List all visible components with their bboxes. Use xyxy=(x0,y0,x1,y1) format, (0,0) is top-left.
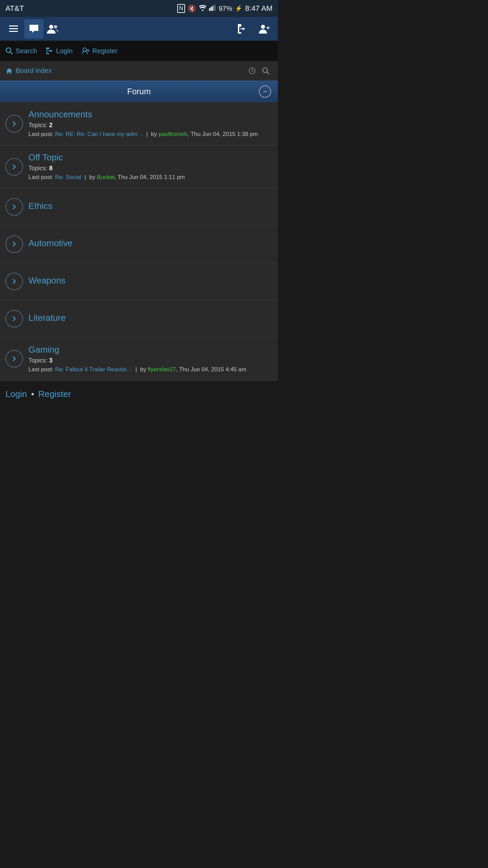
forum-lastpost: Last post: Re: Fallout 4 Trailer Reactio… xyxy=(28,366,272,374)
forum-chevron-icon xyxy=(5,235,23,253)
clock: 8:47 AM xyxy=(245,4,272,13)
login-label: Login xyxy=(56,47,73,55)
search-button[interactable]: Search xyxy=(5,47,37,55)
forum-item[interactable]: Ethics xyxy=(0,189,278,226)
svg-point-9 xyxy=(54,25,57,28)
forum-name: Announcements xyxy=(28,109,272,120)
svg-rect-2 xyxy=(212,6,213,11)
status-bar: AT&T N 🔇 97% ⚡ 8:47 AM xyxy=(0,0,278,17)
svg-rect-7 xyxy=(9,31,18,32)
svg-rect-5 xyxy=(9,25,18,26)
forum-item[interactable]: Literature xyxy=(0,300,278,338)
svg-line-22 xyxy=(267,72,269,74)
footer-login-link[interactable]: Login xyxy=(5,389,27,399)
forum-topics: Topics: 2 xyxy=(28,122,272,129)
svg-rect-3 xyxy=(213,5,214,11)
search-label: Search xyxy=(16,47,37,55)
forum-info: Off TopicTopics: 8Last post: Re: Social … xyxy=(28,152,272,181)
breadcrumb-bar: Board index xyxy=(0,61,278,81)
login-button[interactable]: Login xyxy=(46,47,73,55)
footer-bar: Login • Register xyxy=(0,380,278,408)
forum-item[interactable]: Off TopicTopics: 8Last post: Re: Social … xyxy=(0,145,278,189)
board-index-link[interactable]: Board index xyxy=(5,67,52,75)
forum-chevron-icon xyxy=(5,310,23,328)
register-label: Register xyxy=(92,47,117,55)
clock-button[interactable] xyxy=(245,64,259,78)
menu-button[interactable] xyxy=(4,19,23,38)
forum-chevron-icon xyxy=(5,273,23,290)
svg-rect-12 xyxy=(266,27,270,28)
svg-rect-17 xyxy=(87,50,89,51)
forum-name: Automotive xyxy=(28,238,272,249)
forum-section-header: Forum − xyxy=(0,81,278,102)
last-post-user[interactable]: paulfromoh xyxy=(159,131,187,137)
forum-chevron-icon xyxy=(5,198,23,216)
forum-info: Ethics xyxy=(28,201,272,213)
add-user-nav-button[interactable] xyxy=(255,19,274,38)
last-post-link[interactable]: Re: RE: Re: Can I have my adm… xyxy=(55,131,143,137)
users-button[interactable] xyxy=(43,19,62,38)
forum-info: Literature xyxy=(28,313,272,325)
forum-item[interactable]: Automotive xyxy=(0,226,278,263)
forum-name: Gaming xyxy=(28,344,272,355)
svg-line-20 xyxy=(252,71,253,72)
forum-list: AnnouncementsTopics: 2Last post: Re: RE:… xyxy=(0,102,278,380)
nfc-icon: N xyxy=(177,4,185,13)
forum-name: Literature xyxy=(28,313,272,323)
forum-lastpost: Last post: Re: RE: Re: Can I have my adm… xyxy=(28,130,272,138)
forum-topics: Topics: 3 xyxy=(28,357,272,364)
last-post-link[interactable]: Re: Social xyxy=(55,174,81,180)
forum-name: Weapons xyxy=(28,275,272,286)
mute-icon: 🔇 xyxy=(188,4,196,13)
forum-item[interactable]: GamingTopics: 3Last post: Re: Fallout 4 … xyxy=(0,338,278,381)
chat-button[interactable] xyxy=(24,19,43,38)
svg-point-13 xyxy=(6,48,11,53)
forum-name: Off Topic xyxy=(28,152,272,163)
svg-rect-6 xyxy=(9,28,18,29)
svg-rect-0 xyxy=(209,8,210,11)
collapse-button[interactable]: − xyxy=(259,85,271,98)
action-bar: Search Login Register xyxy=(0,41,278,61)
carrier-label: AT&T xyxy=(5,4,24,13)
forum-info: AnnouncementsTopics: 2Last post: Re: RE:… xyxy=(28,109,272,138)
forum-chevron-icon xyxy=(5,350,23,368)
signal-icon xyxy=(209,5,216,13)
battery-icon: ⚡ xyxy=(235,5,242,12)
svg-point-21 xyxy=(263,68,267,73)
svg-line-14 xyxy=(10,52,13,54)
battery-percent: 97% xyxy=(219,5,232,13)
svg-rect-1 xyxy=(210,7,211,11)
last-post-user[interactable]: Bucket xyxy=(97,174,115,180)
forum-chevron-icon xyxy=(5,158,23,176)
forum-name: Ethics xyxy=(28,201,272,211)
status-right: N 🔇 97% ⚡ 8:47 AM xyxy=(177,4,272,13)
search-bar-button[interactable] xyxy=(259,64,272,78)
svg-rect-4 xyxy=(215,5,216,11)
login-nav-button[interactable] xyxy=(233,19,252,38)
forum-chevron-icon xyxy=(5,115,23,133)
forum-lastpost: Last post: Re: Social | by Bucket, Thu J… xyxy=(28,173,272,181)
wifi-icon xyxy=(199,5,206,13)
svg-point-8 xyxy=(49,25,53,29)
svg-point-15 xyxy=(83,48,86,51)
forum-section-title: Forum xyxy=(95,87,183,96)
footer-register-link[interactable]: Register xyxy=(38,389,71,399)
forum-info: Weapons xyxy=(28,275,272,288)
forum-item[interactable]: AnnouncementsTopics: 2Last post: Re: RE:… xyxy=(0,102,278,145)
forum-info: GamingTopics: 3Last post: Re: Fallout 4 … xyxy=(28,344,272,374)
top-nav xyxy=(0,17,278,41)
svg-point-10 xyxy=(261,25,265,29)
forum-item[interactable]: Weapons xyxy=(0,263,278,300)
register-button[interactable]: Register xyxy=(82,47,117,55)
last-post-link[interactable]: Re: Fallout 4 Trailer Reactio… xyxy=(55,366,132,373)
forum-info: Automotive xyxy=(28,238,272,251)
last-post-user[interactable]: flyersfan27 xyxy=(148,366,176,373)
footer-dot: • xyxy=(31,389,34,399)
forum-topics: Topics: 8 xyxy=(28,165,272,172)
board-index-label: Board index xyxy=(16,67,52,75)
